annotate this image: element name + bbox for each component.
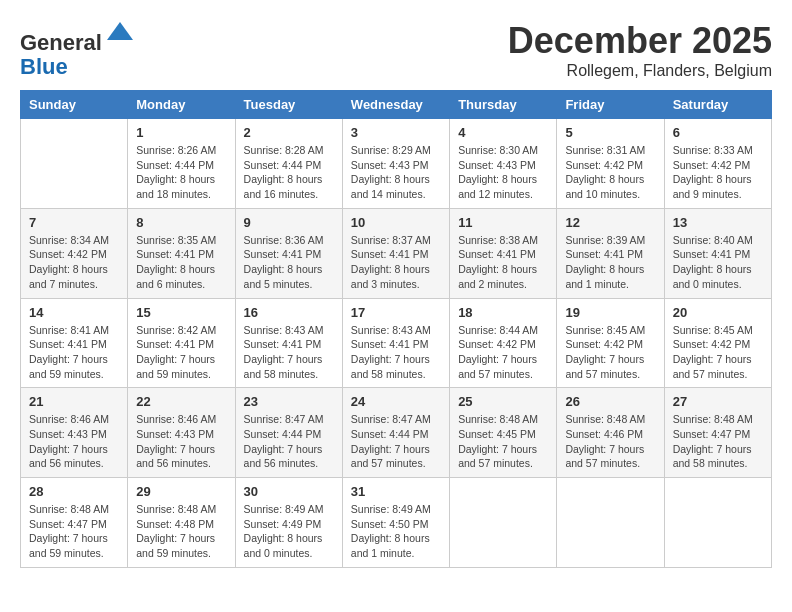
day-number: 17 [351, 305, 441, 320]
calendar-cell: 14Sunrise: 8:41 AM Sunset: 4:41 PM Dayli… [21, 298, 128, 388]
day-of-week-header: Saturday [664, 91, 771, 119]
day-of-week-header: Tuesday [235, 91, 342, 119]
calendar-cell: 11Sunrise: 8:38 AM Sunset: 4:41 PM Dayli… [450, 208, 557, 298]
day-info: Sunrise: 8:35 AM Sunset: 4:41 PM Dayligh… [136, 233, 226, 292]
day-info: Sunrise: 8:43 AM Sunset: 4:41 PM Dayligh… [351, 323, 441, 382]
day-info: Sunrise: 8:42 AM Sunset: 4:41 PM Dayligh… [136, 323, 226, 382]
day-number: 1 [136, 125, 226, 140]
calendar-week-row: 14Sunrise: 8:41 AM Sunset: 4:41 PM Dayli… [21, 298, 772, 388]
calendar-cell: 27Sunrise: 8:48 AM Sunset: 4:47 PM Dayli… [664, 388, 771, 478]
logo-icon [105, 20, 135, 50]
day-info: Sunrise: 8:49 AM Sunset: 4:50 PM Dayligh… [351, 502, 441, 561]
day-number: 26 [565, 394, 655, 409]
calendar-cell: 15Sunrise: 8:42 AM Sunset: 4:41 PM Dayli… [128, 298, 235, 388]
day-number: 7 [29, 215, 119, 230]
calendar-cell [664, 478, 771, 568]
day-number: 30 [244, 484, 334, 499]
day-info: Sunrise: 8:37 AM Sunset: 4:41 PM Dayligh… [351, 233, 441, 292]
calendar-cell: 18Sunrise: 8:44 AM Sunset: 4:42 PM Dayli… [450, 298, 557, 388]
calendar-cell: 31Sunrise: 8:49 AM Sunset: 4:50 PM Dayli… [342, 478, 449, 568]
day-info: Sunrise: 8:46 AM Sunset: 4:43 PM Dayligh… [29, 412, 119, 471]
calendar-cell: 26Sunrise: 8:48 AM Sunset: 4:46 PM Dayli… [557, 388, 664, 478]
day-number: 12 [565, 215, 655, 230]
day-info: Sunrise: 8:48 AM Sunset: 4:45 PM Dayligh… [458, 412, 548, 471]
title-block: December 2025 Rollegem, Flanders, Belgiu… [508, 20, 772, 80]
calendar-cell: 29Sunrise: 8:48 AM Sunset: 4:48 PM Dayli… [128, 478, 235, 568]
logo-general-text: General [20, 30, 102, 55]
main-title: December 2025 [508, 20, 772, 62]
day-number: 25 [458, 394, 548, 409]
days-of-week-row: SundayMondayTuesdayWednesdayThursdayFrid… [21, 91, 772, 119]
day-info: Sunrise: 8:45 AM Sunset: 4:42 PM Dayligh… [565, 323, 655, 382]
day-number: 15 [136, 305, 226, 320]
day-info: Sunrise: 8:48 AM Sunset: 4:48 PM Dayligh… [136, 502, 226, 561]
calendar-cell: 17Sunrise: 8:43 AM Sunset: 4:41 PM Dayli… [342, 298, 449, 388]
calendar-cell: 16Sunrise: 8:43 AM Sunset: 4:41 PM Dayli… [235, 298, 342, 388]
day-number: 2 [244, 125, 334, 140]
calendar-week-row: 1Sunrise: 8:26 AM Sunset: 4:44 PM Daylig… [21, 119, 772, 209]
calendar-table: SundayMondayTuesdayWednesdayThursdayFrid… [20, 90, 772, 568]
day-of-week-header: Monday [128, 91, 235, 119]
svg-marker-0 [107, 22, 133, 40]
calendar-cell: 30Sunrise: 8:49 AM Sunset: 4:49 PM Dayli… [235, 478, 342, 568]
calendar-week-row: 7Sunrise: 8:34 AM Sunset: 4:42 PM Daylig… [21, 208, 772, 298]
day-number: 11 [458, 215, 548, 230]
day-number: 14 [29, 305, 119, 320]
calendar-cell [450, 478, 557, 568]
day-info: Sunrise: 8:45 AM Sunset: 4:42 PM Dayligh… [673, 323, 763, 382]
day-number: 4 [458, 125, 548, 140]
day-number: 22 [136, 394, 226, 409]
day-info: Sunrise: 8:31 AM Sunset: 4:42 PM Dayligh… [565, 143, 655, 202]
calendar-cell: 21Sunrise: 8:46 AM Sunset: 4:43 PM Dayli… [21, 388, 128, 478]
day-info: Sunrise: 8:47 AM Sunset: 4:44 PM Dayligh… [244, 412, 334, 471]
calendar-cell: 24Sunrise: 8:47 AM Sunset: 4:44 PM Dayli… [342, 388, 449, 478]
calendar-cell: 5Sunrise: 8:31 AM Sunset: 4:42 PM Daylig… [557, 119, 664, 209]
calendar-cell [557, 478, 664, 568]
calendar-cell: 7Sunrise: 8:34 AM Sunset: 4:42 PM Daylig… [21, 208, 128, 298]
day-info: Sunrise: 8:48 AM Sunset: 4:47 PM Dayligh… [673, 412, 763, 471]
logo-blue-text: Blue [20, 54, 68, 79]
day-number: 23 [244, 394, 334, 409]
day-of-week-header: Thursday [450, 91, 557, 119]
day-number: 27 [673, 394, 763, 409]
calendar-cell: 20Sunrise: 8:45 AM Sunset: 4:42 PM Dayli… [664, 298, 771, 388]
calendar-cell: 28Sunrise: 8:48 AM Sunset: 4:47 PM Dayli… [21, 478, 128, 568]
calendar-cell: 9Sunrise: 8:36 AM Sunset: 4:41 PM Daylig… [235, 208, 342, 298]
day-info: Sunrise: 8:28 AM Sunset: 4:44 PM Dayligh… [244, 143, 334, 202]
day-info: Sunrise: 8:30 AM Sunset: 4:43 PM Dayligh… [458, 143, 548, 202]
day-number: 10 [351, 215, 441, 230]
calendar-cell: 19Sunrise: 8:45 AM Sunset: 4:42 PM Dayli… [557, 298, 664, 388]
day-number: 8 [136, 215, 226, 230]
calendar-cell: 25Sunrise: 8:48 AM Sunset: 4:45 PM Dayli… [450, 388, 557, 478]
calendar-cell [21, 119, 128, 209]
day-info: Sunrise: 8:48 AM Sunset: 4:47 PM Dayligh… [29, 502, 119, 561]
day-info: Sunrise: 8:36 AM Sunset: 4:41 PM Dayligh… [244, 233, 334, 292]
logo: General Blue [20, 20, 135, 79]
day-number: 19 [565, 305, 655, 320]
calendar-cell: 6Sunrise: 8:33 AM Sunset: 4:42 PM Daylig… [664, 119, 771, 209]
page-header: General Blue December 2025 Rollegem, Fla… [20, 20, 772, 80]
day-number: 20 [673, 305, 763, 320]
day-number: 9 [244, 215, 334, 230]
day-number: 6 [673, 125, 763, 140]
calendar-week-row: 28Sunrise: 8:48 AM Sunset: 4:47 PM Dayli… [21, 478, 772, 568]
calendar-cell: 13Sunrise: 8:40 AM Sunset: 4:41 PM Dayli… [664, 208, 771, 298]
day-info: Sunrise: 8:43 AM Sunset: 4:41 PM Dayligh… [244, 323, 334, 382]
day-info: Sunrise: 8:26 AM Sunset: 4:44 PM Dayligh… [136, 143, 226, 202]
calendar-cell: 4Sunrise: 8:30 AM Sunset: 4:43 PM Daylig… [450, 119, 557, 209]
day-info: Sunrise: 8:41 AM Sunset: 4:41 PM Dayligh… [29, 323, 119, 382]
day-info: Sunrise: 8:39 AM Sunset: 4:41 PM Dayligh… [565, 233, 655, 292]
day-info: Sunrise: 8:34 AM Sunset: 4:42 PM Dayligh… [29, 233, 119, 292]
calendar-cell: 2Sunrise: 8:28 AM Sunset: 4:44 PM Daylig… [235, 119, 342, 209]
calendar-cell: 22Sunrise: 8:46 AM Sunset: 4:43 PM Dayli… [128, 388, 235, 478]
day-of-week-header: Wednesday [342, 91, 449, 119]
calendar-cell: 10Sunrise: 8:37 AM Sunset: 4:41 PM Dayli… [342, 208, 449, 298]
calendar-cell: 1Sunrise: 8:26 AM Sunset: 4:44 PM Daylig… [128, 119, 235, 209]
calendar-cell: 23Sunrise: 8:47 AM Sunset: 4:44 PM Dayli… [235, 388, 342, 478]
calendar-cell: 3Sunrise: 8:29 AM Sunset: 4:43 PM Daylig… [342, 119, 449, 209]
calendar-body: 1Sunrise: 8:26 AM Sunset: 4:44 PM Daylig… [21, 119, 772, 568]
day-number: 5 [565, 125, 655, 140]
day-info: Sunrise: 8:49 AM Sunset: 4:49 PM Dayligh… [244, 502, 334, 561]
day-info: Sunrise: 8:40 AM Sunset: 4:41 PM Dayligh… [673, 233, 763, 292]
day-number: 16 [244, 305, 334, 320]
